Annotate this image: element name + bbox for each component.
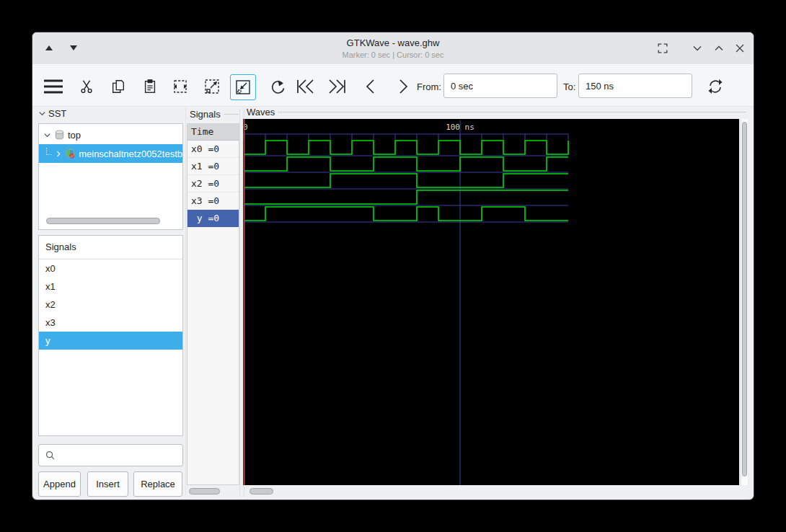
- next-button[interactable]: [390, 74, 415, 99]
- zoom-in-icon: [203, 77, 221, 96]
- paste-button[interactable]: [138, 74, 162, 99]
- signal-list-item-x1[interactable]: x1: [39, 278, 182, 296]
- minimize-button[interactable]: [689, 40, 706, 57]
- sst-tree: top meinschaltnetz0052testb: [38, 123, 183, 230]
- paste-icon: [142, 79, 158, 94]
- signal-list-item-x3[interactable]: x3: [39, 314, 182, 332]
- tree-item-module[interactable]: meinschaltnetz0052testb: [39, 144, 182, 163]
- names-hscrollbar-thumb[interactable]: [189, 488, 220, 495]
- expander-chevron-right-icon: [55, 150, 62, 158]
- wave-name-column: Time x0 =0 x1 =0 x2 =0 x3 =0 y =0: [187, 123, 239, 485]
- close-icon: [733, 41, 747, 56]
- cut-button[interactable]: [74, 74, 99, 99]
- waves-hscrollbar-thumb[interactable]: [250, 488, 273, 495]
- frame-line: [224, 114, 239, 115]
- menu-button[interactable]: [41, 74, 66, 99]
- go-last-button[interactable]: [324, 74, 349, 99]
- tree-branch-line: [46, 148, 52, 155]
- signal-list-item-x0[interactable]: x0: [39, 260, 182, 278]
- chevron-up-icon: [712, 41, 726, 56]
- signal-list-item-y[interactable]: y: [39, 332, 182, 350]
- zoom-fit-icon: [171, 77, 190, 96]
- maximize-button[interactable]: [710, 40, 728, 57]
- fullscreen-button[interactable]: [654, 40, 671, 57]
- cut-icon: [79, 79, 94, 94]
- copy-button[interactable]: [106, 74, 131, 99]
- signal-list-item-x2[interactable]: x2: [39, 296, 182, 314]
- menu-icon: [43, 79, 63, 94]
- go-first-button[interactable]: [293, 74, 318, 99]
- zoom-in-button[interactable]: [200, 74, 224, 99]
- tree-item-label: meinschaltnetz0052testb: [79, 148, 182, 159]
- tree-item-top[interactable]: top: [39, 125, 182, 144]
- component-cylinder-icon: [54, 129, 65, 141]
- signals-list-header: Signals: [39, 236, 182, 260]
- go-first-icon: [296, 78, 316, 95]
- sst-header[interactable]: SST: [38, 108, 66, 119]
- waves-hscrollbar[interactable]: [243, 488, 739, 495]
- window-title: GTKWave - wave.ghw: [32, 37, 754, 48]
- names-hscrollbar[interactable]: [187, 488, 239, 495]
- tree-item-label: top: [68, 130, 81, 141]
- append-button[interactable]: Append: [38, 471, 81, 497]
- wave-name-row-x0[interactable]: x0 =0: [187, 141, 239, 158]
- from-label: From:: [417, 81, 441, 92]
- reload-icon: [707, 78, 724, 95]
- magnifier-icon: [45, 450, 56, 461]
- svg-text:100 ns: 100 ns: [446, 123, 474, 132]
- wave-name-row-y[interactable]: y =0: [187, 210, 239, 227]
- chevron-down-icon: [690, 41, 705, 56]
- waves-vscrollbar-thumb[interactable]: [742, 122, 747, 476]
- chevron-down-icon: [38, 110, 46, 118]
- time-header[interactable]: Time: [187, 124, 239, 141]
- close-button[interactable]: [731, 40, 749, 57]
- copy-icon: [110, 79, 126, 94]
- wave-name-row-x3[interactable]: x3 =0: [187, 192, 239, 210]
- signal-search-input[interactable]: [38, 444, 183, 466]
- waves-vscrollbar[interactable]: [741, 119, 748, 485]
- fullscreen-icon: [655, 41, 670, 56]
- wave-signals-frame-label: Signals: [190, 109, 221, 120]
- to-label: To:: [563, 81, 575, 92]
- sst-header-label: SST: [48, 108, 66, 119]
- waves-frame-label: Waves: [247, 107, 275, 118]
- zoom-out-button[interactable]: [230, 74, 256, 100]
- prev-button[interactable]: [359, 74, 384, 99]
- wave-canvas[interactable]: 0100 ns: [243, 119, 739, 485]
- titlebar: GTKWave - wave.ghw Marker: 0 sec | Curso…: [32, 32, 754, 65]
- go-last-icon: [327, 78, 347, 95]
- marker-cursor-status: Marker: 0 sec | Cursor: 0 sec: [32, 50, 754, 59]
- undo-button[interactable]: [265, 74, 289, 99]
- to-input[interactable]: [578, 74, 692, 98]
- chevron-left-icon: [363, 78, 380, 95]
- module-globe-icon: [65, 148, 76, 159]
- signals-list-panel: Signals x0 x1 x2 x3 y: [38, 235, 183, 436]
- wave-name-row-x2[interactable]: x2 =0: [187, 175, 239, 192]
- gtkwave-window: GTKWave - wave.ghw Marker: 0 sec | Curso…: [32, 32, 754, 500]
- zoom-out-icon: [234, 78, 252, 97]
- chevron-right-icon: [394, 78, 411, 95]
- reload-button[interactable]: [703, 74, 728, 99]
- insert-button[interactable]: Insert: [87, 471, 128, 497]
- sst-hscrollbar-thumb[interactable]: [46, 218, 160, 224]
- replace-button[interactable]: Replace: [133, 471, 182, 497]
- expander-chevron-down-icon: [43, 131, 51, 139]
- waveform-plot: 0100 ns: [243, 119, 739, 485]
- wave-name-row-x1[interactable]: x1 =0: [187, 158, 239, 175]
- toolbar: From: To:: [32, 64, 754, 107]
- undo-icon: [268, 78, 286, 95]
- screenshot-stage: GTKWave - wave.ghw Marker: 0 sec | Curso…: [0, 0, 786, 532]
- zoom-fit-button[interactable]: [168, 74, 193, 99]
- from-input[interactable]: [443, 74, 557, 98]
- frame-line: [278, 112, 746, 112]
